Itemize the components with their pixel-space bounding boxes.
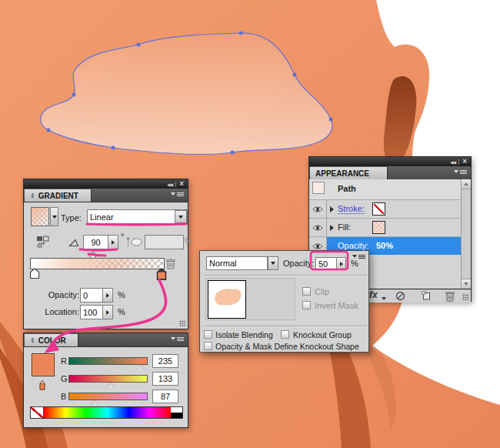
gradient-tabbar: ⇕ GRADIENT (24, 189, 188, 202)
collapse-to-icons-icon[interactable]: ◀◀ (450, 159, 455, 165)
expand-triangle-icon[interactable] (330, 206, 334, 212)
knockout-group-label: Knockout Group (293, 330, 352, 339)
object-thumbnail[interactable] (208, 280, 246, 319)
current-color-swatch[interactable] (32, 353, 55, 376)
appearance-row-fill[interactable]: Fill: (309, 219, 461, 236)
fx-menu-corner-icon (382, 297, 386, 300)
color-panel: ⇕ COLOR R 235 G 133 B 87 (23, 333, 188, 428)
close-icon[interactable]: × (462, 159, 467, 165)
delete-item-trash-button[interactable] (445, 290, 455, 303)
gradient-swatch[interactable] (31, 207, 49, 226)
gradient-panel: ◀◀ × ⇕ GRADIENT Type: Linear (23, 179, 188, 329)
opacity-value: 50% (376, 241, 393, 250)
clip-label: Clip (315, 287, 329, 296)
delete-stop-trash-icon[interactable] (165, 258, 176, 270)
stop-location-spinner[interactable] (103, 305, 113, 319)
stroke-none-swatch[interactable] (372, 202, 385, 216)
popup-opacity-spinner[interactable] (337, 257, 346, 270)
appearance-panel-titlebar: ◀◀ × (309, 157, 471, 166)
gradient-type-select[interactable]: Linear (87, 209, 188, 224)
channel-slider-g[interactable] (68, 375, 148, 383)
gradient-slider-bar[interactable] (30, 258, 165, 269)
collapse-to-icons-icon[interactable]: ◀◀ (167, 182, 172, 187)
eye-icon (312, 206, 323, 213)
channel-value-g[interactable]: 133 (152, 372, 178, 386)
stop-opacity-spinner[interactable] (103, 288, 113, 303)
visibility-eye-toggle[interactable] (309, 200, 327, 218)
panel-collapse-icon[interactable]: ⇕ (30, 192, 35, 199)
popup-separator-1 (203, 275, 367, 276)
channel-value-r[interactable]: 235 (152, 354, 178, 368)
eye-icon (312, 242, 323, 250)
knockout-group-checkbox[interactable] (281, 330, 289, 339)
stop-location-field[interactable]: 100 (80, 305, 103, 319)
blend-mode-dropdown-arrow[interactable] (268, 256, 278, 270)
stroke-link[interactable]: Stroke: (338, 204, 365, 214)
popup-separator-2 (203, 326, 367, 326)
aspect-percent-symbol: % (185, 237, 192, 246)
panel-resize-grip[interactable] (462, 294, 468, 300)
scroll-up-button[interactable] (462, 179, 471, 189)
gradient-preset-dropdown-button[interactable] (50, 207, 58, 226)
appearance-scrollbar[interactable] (461, 179, 471, 289)
appearance-tabbar: APPEARANCE (309, 166, 471, 180)
channel-label-g: G (61, 374, 68, 383)
white-swatch[interactable] (171, 407, 182, 413)
scroll-down-icon (464, 283, 468, 286)
tab-gradient[interactable]: ⇕ GRADIENT (25, 189, 92, 202)
isolate-blending-label: Isolate Blending (215, 330, 273, 339)
illustrator-workspace: ◀◀ × ⇕ GRADIENT Type: Linear (0, 0, 500, 448)
slider-thumb-g[interactable] (107, 383, 115, 388)
color-flyout-menu-icon[interactable] (171, 337, 184, 340)
invert-mask-checkbox[interactable] (302, 301, 311, 309)
fill-gradient-swatch[interactable] (372, 221, 385, 234)
close-icon[interactable]: × (179, 181, 184, 187)
eye-icon (312, 224, 323, 232)
knockout-shape-checkbox[interactable] (204, 342, 212, 350)
panel-collapse-icon[interactable]: ⇕ (30, 337, 35, 344)
popup-percent-symbol: % (351, 259, 358, 268)
scroll-up-icon (464, 182, 468, 186)
angle-icon (68, 238, 79, 247)
visibility-eye-toggle[interactable] (309, 219, 327, 236)
channel-slider-r[interactable] (68, 357, 148, 365)
popup-opacity-field[interactable]: 50 (315, 257, 337, 270)
appearance-row-path[interactable]: Path (309, 179, 461, 199)
gradient-type-dropdown-arrow[interactable] (175, 210, 187, 223)
gradient-flyout-menu-icon[interactable] (171, 192, 184, 196)
fill-proxy-icon[interactable] (37, 379, 48, 391)
black-swatch[interactable] (171, 413, 182, 418)
thumbnail-shape (208, 281, 245, 318)
popup-flyout-menu-icon[interactable] (352, 255, 365, 258)
gradient-aspect-field[interactable] (145, 235, 184, 249)
panel-resize-grip[interactable] (179, 320, 185, 326)
channel-label-r: R (61, 356, 67, 366)
clip-checkbox[interactable] (302, 287, 311, 296)
gradient-stop-left[interactable] (29, 268, 40, 279)
tab-color[interactable]: ⇕ COLOR (25, 334, 78, 346)
isolate-blending-checkbox[interactable] (204, 330, 212, 339)
gradient-angle-field[interactable]: 90 (83, 235, 108, 249)
channel-slider-b[interactable] (68, 393, 148, 400)
spectrum-rainbow[interactable] (44, 407, 171, 418)
angle-spinner[interactable] (108, 235, 118, 249)
slider-thumb-r[interactable] (137, 365, 145, 370)
tab-appearance[interactable]: APPEARANCE (310, 167, 388, 179)
aspect-ratio-icon (125, 236, 143, 248)
popup-opacity-label: Opacity: (283, 259, 314, 268)
stop-opacity-field[interactable]: 0 (80, 288, 103, 303)
color-spectrum-bar[interactable] (30, 406, 183, 419)
none-color-swatch[interactable] (31, 407, 44, 418)
slider-thumb-b[interactable] (91, 400, 98, 406)
appearance-row-stroke[interactable]: Stroke: (309, 200, 461, 218)
clear-appearance-button[interactable] (395, 291, 405, 301)
opacity-percent-symbol: % (118, 290, 125, 299)
channel-value-b[interactable]: 87 (152, 389, 178, 403)
scroll-down-button[interactable] (462, 279, 471, 289)
duplicate-item-button[interactable] (422, 291, 431, 300)
blend-mode-select[interactable]: Normal (206, 256, 268, 270)
appearance-flyout-menu-icon[interactable] (454, 170, 467, 173)
reverse-gradient-icon[interactable] (36, 236, 49, 249)
add-effect-fx-button[interactable]: fx (369, 289, 378, 300)
expand-triangle-icon[interactable] (330, 225, 334, 231)
